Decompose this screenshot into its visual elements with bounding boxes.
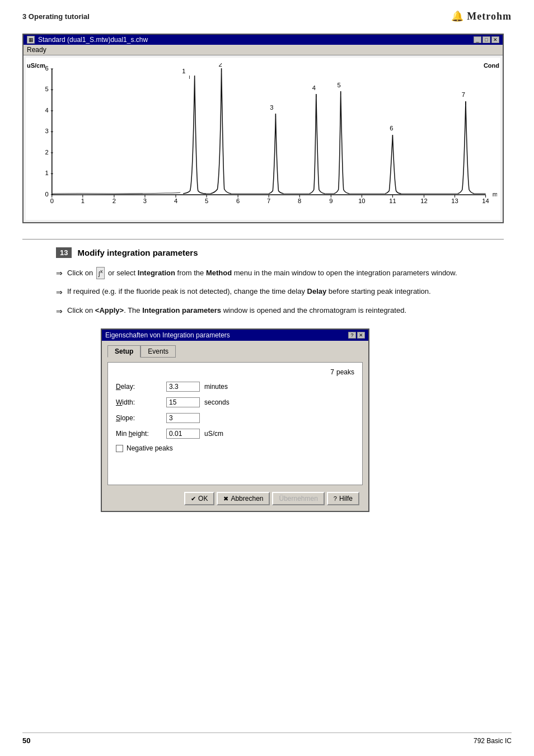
svg-text:5: 5 xyxy=(45,86,48,92)
integration-icon: ∫x xyxy=(96,267,105,279)
svg-text:4: 4 xyxy=(312,84,316,91)
svg-text:6: 6 xyxy=(236,198,240,204)
negative-peaks-checkbox[interactable] xyxy=(116,445,123,452)
delay-input[interactable] xyxy=(166,382,200,392)
hilfe-label: Hilfe xyxy=(339,495,353,503)
chrom-win-buttons: _ □ ✕ xyxy=(474,36,499,43)
page-header: 3 Operating tutorial 🔔 Metrohm xyxy=(0,0,534,28)
chrom-titlebar: ▦ Standard (dual1_S.mtw)dual1_s.chw _ □ … xyxy=(24,35,503,45)
brand-name: Metrohm xyxy=(467,11,512,22)
min-height-input[interactable] xyxy=(166,429,200,439)
svg-text:1: 1 xyxy=(81,198,85,204)
main-content: ▦ Standard (dual1_S.mtw)dual1_s.chw _ □ … xyxy=(0,28,534,534)
product-name: 792 Basic IC xyxy=(474,737,512,745)
svg-text:4: 4 xyxy=(174,198,177,204)
brand-icon: 🔔 xyxy=(451,10,463,22)
arrow-3: ⇒ xyxy=(56,306,63,317)
chrom-title-left: ▦ Standard (dual1_S.mtw)dual1_s.chw xyxy=(27,36,148,44)
svg-text:13: 13 xyxy=(451,198,458,204)
hilfe-button[interactable]: ? Hilfe xyxy=(327,492,359,505)
chrom-title-text: Standard (dual1_S.mtw)dual1_s.chw xyxy=(38,36,148,44)
svg-text:0: 0 xyxy=(45,191,48,198)
svg-text:5: 5 xyxy=(338,82,341,88)
instruction-3-text: Click on <Apply>. The Integration parame… xyxy=(67,305,512,316)
delay-label: Delay: xyxy=(116,383,166,391)
svg-text:7: 7 xyxy=(462,91,465,98)
dialog-help-button[interactable]: ? xyxy=(348,332,356,339)
dialog-title-buttons: ? ✕ xyxy=(348,332,365,339)
dialog-tabs: Setup Events xyxy=(107,345,363,358)
chapter-title: 3 Operating tutorial xyxy=(22,12,90,21)
svg-text:1: 1 xyxy=(182,68,185,74)
svg-text:6: 6 xyxy=(45,65,48,72)
ok-button[interactable]: ✔ OK xyxy=(184,492,214,505)
svg-text:11: 11 xyxy=(389,198,396,204)
arrow-2: ⇒ xyxy=(56,287,63,298)
svg-text:2: 2 xyxy=(113,198,116,204)
slope-field-row: Slope: xyxy=(116,413,354,423)
close-button[interactable]: ✕ xyxy=(491,36,499,43)
svg-text:9: 9 xyxy=(329,198,332,204)
section-title-row: 13 Modify integration parameters xyxy=(56,247,512,258)
svg-text:8: 8 xyxy=(298,198,301,204)
chrom-status-bar: Ready xyxy=(24,45,503,55)
svg-text:10: 10 xyxy=(358,198,365,204)
dialog-content: Setup Events 7 peaks Delay: xyxy=(102,341,368,511)
svg-text:6: 6 xyxy=(390,125,393,132)
slope-input[interactable] xyxy=(166,413,200,423)
peaks-label: peaks xyxy=(336,368,354,376)
width-field-row: Width: seconds xyxy=(116,397,354,407)
svg-text:12: 12 xyxy=(420,198,427,204)
instruction-2-text: If required (e.g. if the fluoride peak i… xyxy=(67,286,512,297)
dialog-titlebar: Eigenschaften von Integration parameters… xyxy=(102,330,368,341)
tab-events[interactable]: Events xyxy=(140,345,176,358)
svg-text:5: 5 xyxy=(205,198,208,204)
integration-dialog: Eigenschaften von Integration parameters… xyxy=(101,328,369,512)
instruction-1: ⇒ Click on ∫x or select Integration from… xyxy=(56,267,512,279)
tab-setup[interactable]: Setup xyxy=(107,345,140,358)
page-number: 50 xyxy=(22,736,30,745)
chromatogram-svg: 0 1 2 3 4 5 6 0 1 2 xyxy=(29,63,497,209)
delay-field-row: Delay: minutes xyxy=(116,382,354,392)
section-number: 13 xyxy=(56,247,72,258)
page-footer: 50 792 Basic IC xyxy=(22,732,512,745)
ubernehmen-button[interactable]: Übernehmen xyxy=(272,492,324,505)
min-height-label: Min height: xyxy=(116,430,166,438)
brand-area: 🔔 Metrohm xyxy=(451,10,512,22)
negative-peaks-row: Negative peaks xyxy=(116,444,354,452)
arrow-1: ⇒ xyxy=(56,267,63,279)
svg-text:min: min xyxy=(493,191,497,198)
svg-text:2: 2 xyxy=(45,149,48,156)
chrom-status-text: Ready xyxy=(27,46,46,54)
y-axis-label: uS/cm xyxy=(27,62,45,69)
peaks-count-row: 7 peaks xyxy=(116,368,354,376)
section-title: Modify integration parameters xyxy=(77,248,198,257)
instruction-2: ⇒ If required (e.g. if the fluoride peak… xyxy=(56,286,512,298)
width-label: Width: xyxy=(116,398,166,406)
dialog-inner-panel: 7 peaks Delay: minutes Width: xyxy=(107,362,363,485)
svg-text:0: 0 xyxy=(50,198,54,204)
abbrechen-button[interactable]: ✖ Abbrechen xyxy=(217,492,270,505)
abbrechen-label: Abbrechen xyxy=(231,495,263,503)
width-input[interactable] xyxy=(166,397,200,407)
chart-area: uS/cm Cond 0 1 2 3 4 5 xyxy=(26,58,500,220)
slope-label: Slope: xyxy=(116,414,166,422)
dialog-title-text: Eigenschaften von Integration parameters xyxy=(105,331,230,339)
delay-unit: minutes xyxy=(204,383,228,391)
chromatogram-window: ▦ Standard (dual1_S.mtw)dual1_s.chw _ □ … xyxy=(22,34,504,223)
y-axis-label-right: Cond xyxy=(484,62,499,69)
dialog-close-button[interactable]: ✕ xyxy=(357,332,365,339)
section-13-block: 13 Modify integration parameters ⇒ Click… xyxy=(56,247,512,512)
dialog-footer: ✔ OK ✖ Abbrechen Übernehmen ? Hilfe xyxy=(107,490,363,509)
chrom-app-icon: ▦ xyxy=(27,36,35,44)
svg-text:4: 4 xyxy=(45,107,48,114)
ok-label: OK xyxy=(198,495,208,503)
instruction-1-text: Click on ∫x or select Integration from t… xyxy=(67,267,512,279)
minimize-button[interactable]: _ xyxy=(474,36,481,43)
svg-text:14: 14 xyxy=(482,198,489,204)
min-height-field-row: Min height: uS/cm xyxy=(116,429,354,439)
width-unit: seconds xyxy=(204,398,229,406)
min-height-unit: uS/cm xyxy=(204,430,223,438)
section-divider xyxy=(22,239,504,240)
restore-button[interactable]: □ xyxy=(483,36,490,43)
